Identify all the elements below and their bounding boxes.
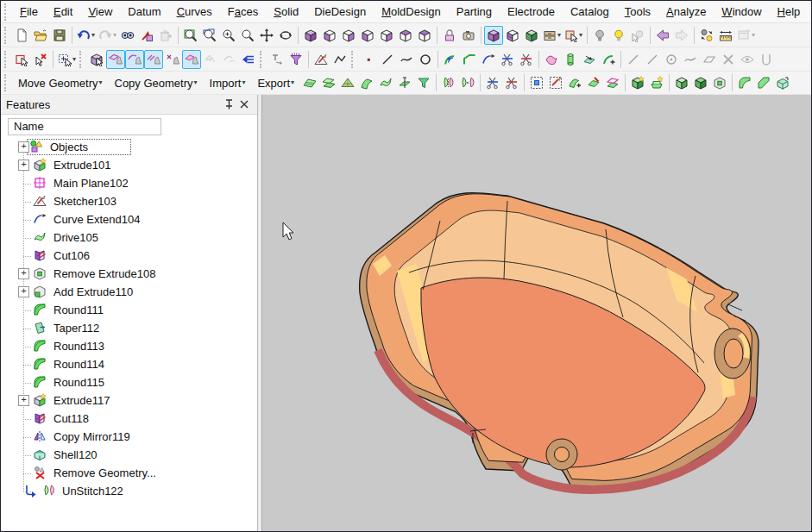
tree-item-remove-geometry[interactable]: Remove Geometry...: [1, 464, 257, 482]
curve-break-button[interactable]: [517, 50, 536, 69]
next-view-button[interactable]: [672, 26, 691, 45]
pick-filter-edge-button[interactable]: [144, 50, 163, 69]
tree-item-label[interactable]: Remove Extrude108: [51, 266, 159, 281]
tree-item-round113[interactable]: Round113: [1, 337, 257, 355]
tree-item-label[interactable]: Drive105: [51, 230, 101, 245]
save-document-button[interactable]: [50, 26, 69, 45]
menu-item-faces[interactable]: Faces: [220, 3, 266, 21]
unstitch-button[interactable]: [458, 73, 477, 92]
tree-item-label[interactable]: Add Extrude110: [51, 285, 135, 299]
round-solid-button[interactable]: [735, 73, 754, 92]
menu-item-window[interactable]: Window: [714, 3, 769, 21]
menu-item-solid[interactable]: Solid: [266, 3, 306, 21]
plane-2d-button[interactable]: [700, 50, 719, 69]
tree-column-header[interactable]: Name: [8, 118, 161, 135]
axis-2d-button[interactable]: [643, 50, 662, 69]
surface-plane-button[interactable]: [395, 73, 414, 92]
tree-item-label[interactable]: Copy Mirror119: [51, 429, 133, 444]
new-part-button[interactable]: [628, 73, 647, 92]
move-to-group-button[interactable]: [268, 50, 286, 69]
extrude-solid-button[interactable]: [672, 73, 691, 92]
zoom-window-button[interactable]: [181, 26, 200, 45]
surface-loft-button[interactable]: [319, 73, 338, 92]
hidden-line-display-button[interactable]: [522, 26, 541, 45]
menu-item-view[interactable]: View: [80, 3, 120, 21]
menu-item-file[interactable]: File: [12, 3, 46, 21]
surface-patch-button[interactable]: [542, 50, 561, 69]
tree-item-label[interactable]: Shell120: [51, 448, 100, 462]
tree-item-cut106[interactable]: Cut106: [1, 247, 257, 265]
extrude-hole-button[interactable]: [710, 73, 729, 92]
toolbar-grip-handle[interactable]: [79, 51, 84, 68]
tree-item-round114[interactable]: Round114: [1, 355, 257, 373]
move-geometry-button[interactable]: Move Geometry▾: [12, 73, 109, 92]
display-style-button[interactable]: ▾: [541, 26, 563, 45]
toolbar-grip-handle[interactable]: [4, 27, 9, 44]
curve-trim-button[interactable]: [498, 50, 517, 69]
tree-item-label[interactable]: Objects: [47, 140, 91, 154]
tree-item-label[interactable]: Round115: [51, 375, 107, 390]
tree-item-curve-extend104[interactable]: Curve Extend104: [1, 210, 257, 228]
light-on-button[interactable]: [609, 26, 628, 45]
tree-item-round111[interactable]: Round111: [1, 301, 257, 319]
refresh-view-button[interactable]: [118, 26, 137, 45]
raw-curve-button[interactable]: [330, 50, 349, 69]
previous-view-button[interactable]: [653, 26, 672, 45]
copy-geometry-button[interactable]: Copy Geometry▾: [109, 73, 204, 92]
menu-item-molddesign[interactable]: MoldDesign: [374, 3, 449, 21]
expand-plus-icon[interactable]: +: [18, 160, 29, 171]
hook-2d-button[interactable]: [757, 50, 776, 69]
toolbar-grip-handle[interactable]: [351, 51, 356, 68]
tree-item-label[interactable]: Curve Extend104: [51, 212, 142, 227]
curve-2d-button[interactable]: [681, 50, 700, 69]
update-all-button[interactable]: [156, 26, 175, 45]
curve-fillet-button[interactable]: [441, 50, 460, 69]
view-snapshot-button[interactable]: [459, 26, 478, 45]
surface-sweep-button[interactable]: [357, 73, 376, 92]
new-mold-button[interactable]: [647, 73, 666, 92]
pick-display-button[interactable]: ▾: [563, 26, 584, 45]
swap-entities-button[interactable]: [697, 26, 716, 45]
tree-item-cut118[interactable]: Cut118: [1, 410, 257, 428]
tree-item-extrude101[interactable]: +Extrude101: [1, 156, 257, 174]
measure-button[interactable]: [716, 26, 735, 45]
tree-expander[interactable]: +: [12, 286, 24, 298]
tree-item-label[interactable]: Round113: [51, 339, 107, 354]
surface-cylinder-button[interactable]: [561, 50, 580, 69]
view-back-button[interactable]: [339, 26, 358, 45]
delete-face-button[interactable]: [584, 73, 603, 92]
zoom-previous-button[interactable]: [200, 26, 219, 45]
rotate-view-button[interactable]: [276, 26, 295, 45]
surface-net-button[interactable]: [338, 73, 357, 92]
menu-item-help[interactable]: Help: [770, 3, 809, 21]
tree-item-label[interactable]: Main Plane102: [51, 176, 131, 191]
select-from-list-button[interactable]: [239, 50, 258, 69]
tree-item-taper112[interactable]: Taper112: [1, 319, 257, 337]
tree-item-main-plane102[interactable]: Main Plane102: [1, 174, 257, 192]
tree-item-copy-mirror119[interactable]: Copy Mirror119: [1, 428, 257, 446]
circle-2d-button[interactable]: [662, 50, 681, 69]
stitch-button[interactable]: [439, 73, 458, 92]
tree-item-label[interactable]: Sketcher103: [51, 194, 119, 209]
menu-item-electrode[interactable]: Electrode: [500, 3, 563, 21]
view-front-button[interactable]: [320, 26, 339, 45]
expand-plus-icon[interactable]: +: [18, 395, 29, 406]
tree-item-sketcher103[interactable]: Sketcher103: [1, 192, 257, 210]
menu-item-tools[interactable]: Tools: [617, 3, 658, 21]
select-body-button[interactable]: [12, 50, 31, 69]
tree-item-label[interactable]: Extrude117: [51, 393, 113, 408]
menu-item-curves[interactable]: Curves: [169, 3, 220, 21]
surface-trim-button[interactable]: [414, 73, 433, 92]
extrude-boss-button[interactable]: [691, 73, 710, 92]
spline-button[interactable]: [397, 50, 416, 69]
toolbar-grip-handle[interactable]: [4, 51, 9, 68]
tree-item-add-extrude110[interactable]: +Add Extrude110: [1, 283, 257, 301]
undo-button[interactable]: ▾: [75, 26, 97, 45]
menu-item-parting[interactable]: Parting: [449, 3, 500, 21]
point-button[interactable]: [359, 50, 378, 69]
menu-item-datum[interactable]: Datum: [120, 3, 168, 21]
tree-expander[interactable]: +: [12, 395, 24, 407]
tree-expander[interactable]: +: [12, 268, 24, 280]
view-right-button[interactable]: [377, 26, 396, 45]
curve-chamfer-button[interactable]: [460, 50, 479, 69]
